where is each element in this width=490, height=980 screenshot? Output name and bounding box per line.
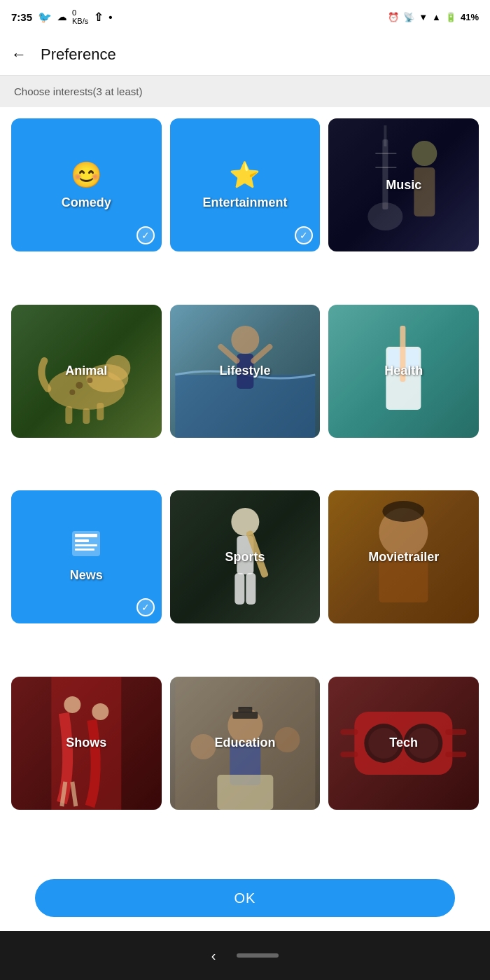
status-bar: 7:35 🐦 ☁ 0KB/s ⇧ • ⏰ 📡 ▼ ▲ 🔋 41% — [0, 0, 490, 34]
news-icon — [72, 531, 100, 563]
news-label: News — [70, 568, 103, 583]
alarm-icon: ⏰ — [388, 12, 399, 22]
entertainment-check: ✓ — [295, 226, 313, 244]
subtitle-bar: Choose interests(3 at least) — [0, 76, 490, 107]
ok-button[interactable]: OK — [35, 879, 455, 917]
dot-icon: • — [108, 11, 112, 23]
share-icon: ⇧ — [94, 11, 103, 24]
music-label: Music — [386, 178, 421, 193]
movietrailer-label: Movietrailer — [368, 550, 439, 565]
interest-comedy[interactable]: 😊 Comedy ✓ — [11, 118, 162, 251]
svg-point-36 — [383, 501, 425, 522]
data-speed: 0KB/s — [72, 8, 88, 25]
animal-label: Animal — [65, 364, 107, 378]
tech-label: Tech — [389, 736, 418, 750]
svg-point-9 — [105, 355, 130, 380]
comedy-icon: 😊 — [71, 160, 102, 190]
svg-rect-45 — [238, 707, 252, 712]
svg-rect-26 — [75, 539, 89, 542]
svg-rect-44 — [232, 712, 258, 719]
svg-rect-49 — [217, 775, 273, 810]
health-label: Health — [384, 364, 423, 378]
interest-tech[interactable]: Tech — [328, 677, 479, 810]
status-right: ⏰ 📡 ▼ ▲ 🔋 41% — [388, 12, 479, 22]
svg-point-38 — [64, 696, 80, 713]
wifi-icon: ▼ — [419, 12, 428, 22]
shows-label: Shows — [66, 736, 106, 750]
lifestyle-label: Lifestyle — [219, 364, 270, 378]
svg-rect-25 — [75, 534, 97, 537]
svg-rect-15 — [97, 403, 104, 420]
interest-movietrailer[interactable]: Movietrailer — [328, 490, 479, 623]
svg-rect-57 — [341, 729, 358, 735]
svg-point-10 — [76, 382, 83, 389]
svg-point-1 — [368, 202, 403, 230]
svg-rect-28 — [75, 548, 94, 551]
svg-rect-27 — [75, 544, 97, 546]
signal-icon: ▲ — [432, 12, 441, 22]
battery-pct: 41% — [461, 12, 479, 22]
battery-icon: 🔋 — [445, 12, 456, 22]
svg-rect-56 — [446, 729, 467, 735]
interest-sports[interactable]: Sports — [170, 490, 321, 623]
interest-shows[interactable]: Shows — [11, 677, 162, 810]
svg-rect-58 — [446, 752, 467, 757]
header: ← Preference — [0, 34, 490, 76]
nav-home-pill[interactable] — [237, 953, 279, 958]
svg-point-29 — [231, 508, 259, 536]
subtitle-text: Choose interests(3 at least) — [14, 85, 142, 97]
ok-area: OK — [0, 865, 490, 931]
news-check: ✓ — [136, 598, 155, 616]
svg-rect-0 — [383, 139, 388, 209]
svg-point-17 — [231, 326, 259, 354]
status-left: 7:35 🐦 ☁ 0KB/s ⇧ • — [11, 8, 113, 25]
interest-news[interactable]: News ✓ — [11, 490, 162, 623]
svg-rect-59 — [341, 752, 358, 757]
entertainment-label: Entertainment — [202, 195, 287, 210]
interest-health[interactable]: Health — [328, 305, 479, 438]
cast-icon: 📡 — [403, 12, 414, 22]
interest-music[interactable]: Music — [328, 118, 479, 251]
cloud-icon: ☁ — [57, 12, 66, 22]
interest-education[interactable]: Education — [170, 677, 321, 810]
page-title: Preference — [41, 46, 116, 64]
svg-point-12 — [69, 389, 75, 395]
comedy-check: ✓ — [136, 226, 155, 244]
education-label: Education — [214, 736, 275, 750]
back-button[interactable]: ← — [11, 46, 27, 64]
bottom-nav: ‹ — [0, 931, 490, 980]
interests-grid: 😊 Comedy ✓ ⭐ Entertainment ✓ Music — [0, 107, 490, 865]
interest-entertainment[interactable]: ⭐ Entertainment ✓ — [170, 118, 321, 251]
comedy-label: Comedy — [62, 195, 111, 210]
svg-rect-13 — [65, 406, 72, 424]
sports-label: Sports — [225, 550, 265, 565]
svg-rect-14 — [83, 408, 90, 424]
entertainment-icon: ⭐ — [229, 160, 260, 190]
svg-rect-2 — [384, 125, 387, 146]
status-time: 7:35 — [11, 11, 32, 23]
svg-line-20 — [253, 347, 270, 361]
interest-lifestyle[interactable]: Lifestyle — [170, 305, 321, 438]
interest-animal[interactable]: Animal — [11, 305, 162, 438]
svg-rect-33 — [246, 573, 255, 605]
svg-point-5 — [412, 141, 438, 166]
svg-line-19 — [220, 347, 237, 361]
svg-point-47 — [190, 734, 216, 759]
svg-point-39 — [92, 703, 108, 720]
svg-point-48 — [274, 727, 300, 752]
twitter-icon: 🐦 — [38, 11, 52, 24]
svg-rect-32 — [234, 573, 244, 605]
nav-back-icon[interactable]: ‹ — [211, 948, 216, 964]
